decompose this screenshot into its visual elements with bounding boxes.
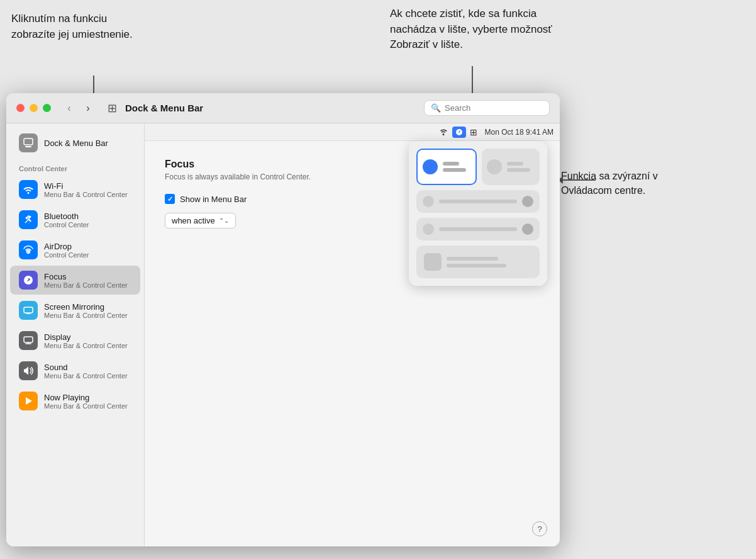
menubar-icons: ⊞ xyxy=(438,127,477,138)
sidebar-display-label: Display xyxy=(44,332,128,342)
dropdown-chevron-icon: ⌃⌄ xyxy=(219,217,229,224)
cc-tile2-lines xyxy=(507,162,535,172)
svg-point-5 xyxy=(28,283,29,284)
focus-icon xyxy=(19,271,38,290)
sidebar-screen-label: Screen Mirroring xyxy=(44,302,128,312)
sound-icon xyxy=(19,361,38,380)
cc-wide-dot-2 xyxy=(522,223,533,235)
dropdown-value: when active xyxy=(172,216,215,225)
sidebar-now-playing-label: Now Playing xyxy=(44,393,128,402)
cc-bottom-tile xyxy=(416,246,540,278)
minimize-button[interactable] xyxy=(30,104,38,112)
sidebar-wifi-labels: Wi-Fi Menu Bar & Control Center xyxy=(44,181,128,198)
sidebar-item-dock-menubar[interactable]: Dock & Menu Bar xyxy=(10,128,140,157)
cc-wide-2 xyxy=(416,218,540,240)
wifi-icon xyxy=(19,180,38,199)
annotation-left: Kliknutím na funkciu zobrazíte jej umies… xyxy=(11,11,150,42)
sidebar-item-wifi[interactable]: Wi-Fi Menu Bar & Control Center xyxy=(10,175,140,204)
sidebar-bluetooth-labels: Bluetooth Control Center xyxy=(44,212,89,229)
svg-rect-0 xyxy=(24,138,33,145)
sidebar-dock-label: Dock & Menu Bar xyxy=(44,138,108,148)
main-panel: ⊞ Mon Oct 18 9:41 AM Focus Focus is alwa… xyxy=(145,123,560,546)
svg-point-4 xyxy=(28,251,30,253)
search-box[interactable]: 🔍 xyxy=(424,100,550,116)
cc-wide-line-2 xyxy=(439,227,517,231)
annotation-bottom-right: Funkcia sa zvýrazní v Ovládacom centre. xyxy=(561,169,699,198)
sidebar-item-airdrop[interactable]: AirDrop Control Center xyxy=(10,235,140,264)
cc-line-4 xyxy=(507,168,530,172)
airdrop-icon xyxy=(19,240,38,259)
sidebar-item-bluetooth[interactable]: Bluetooth Control Center xyxy=(10,205,140,234)
sidebar-airdrop-sub: Control Center xyxy=(44,251,89,259)
show-in-menu-bar-checkbox[interactable]: ✓ xyxy=(165,194,175,204)
sidebar-screen-sub: Menu Bar & Control Center xyxy=(44,312,128,319)
sidebar: Dock & Menu Bar Control Center Wi-Fi Men… xyxy=(6,123,145,546)
sidebar-section-header: Control Center xyxy=(6,159,144,175)
search-icon: 🔍 xyxy=(431,103,441,113)
sidebar-item-sound[interactable]: Sound Menu Bar & Control Center xyxy=(10,356,140,385)
sidebar-focus-sub: Menu Bar & Control Center xyxy=(44,281,128,289)
checkbox-check-icon: ✓ xyxy=(167,195,173,203)
back-button[interactable]: ‹ xyxy=(61,101,77,115)
cc-tile-2 xyxy=(482,149,540,185)
forward-button[interactable]: › xyxy=(80,101,96,115)
cc-wide-dot-1 xyxy=(522,196,533,207)
sidebar-wifi-sub: Menu Bar & Control Center xyxy=(44,191,128,198)
fullscreen-button[interactable] xyxy=(43,104,51,112)
cc-tile2-icon xyxy=(487,159,502,174)
annotation-arrow-line xyxy=(558,179,596,181)
cc-bottom-line-2 xyxy=(447,264,506,268)
cc-wide-circle-1 xyxy=(423,196,434,207)
sidebar-display-sub: Menu Bar & Control Center xyxy=(44,342,128,349)
cc-wide-1 xyxy=(416,190,540,213)
cc-line-2 xyxy=(443,168,466,172)
svg-marker-10 xyxy=(26,397,32,405)
sidebar-item-focus[interactable]: Focus Menu Bar & Control Center xyxy=(10,266,140,295)
sidebar-bluetooth-sub: Control Center xyxy=(44,221,89,229)
sidebar-sound-label: Sound xyxy=(44,363,128,372)
close-button[interactable] xyxy=(16,104,25,112)
menubar-controlcenter-icon: ⊞ xyxy=(470,127,477,137)
help-button[interactable]: ? xyxy=(532,521,547,536)
svg-rect-1 xyxy=(25,146,31,147)
cc-line-3 xyxy=(507,162,523,166)
cc-wide-circle-2 xyxy=(423,223,434,235)
svg-point-13 xyxy=(428,165,432,169)
display-icon xyxy=(19,331,38,350)
cc-preview xyxy=(409,141,547,286)
when-active-dropdown[interactable]: when active ⌃⌄ xyxy=(165,213,236,229)
window-title: Dock & Menu Bar xyxy=(125,103,424,113)
sidebar-screen-labels: Screen Mirroring Menu Bar & Control Cent… xyxy=(44,302,128,319)
sidebar-airdrop-label: AirDrop xyxy=(44,242,89,251)
titlebar: ‹ › ⊞ Dock & Menu Bar 🔍 xyxy=(6,93,560,123)
content-area: Dock & Menu Bar Control Center Wi-Fi Men… xyxy=(6,123,560,546)
fake-menubar: ⊞ Mon Oct 18 9:41 AM xyxy=(145,123,560,141)
sidebar-sound-sub: Menu Bar & Control Center xyxy=(44,372,128,380)
cc-focus-lines xyxy=(443,162,470,172)
sidebar-item-display[interactable]: Display Menu Bar & Control Center xyxy=(10,326,140,355)
sidebar-item-screen-mirroring[interactable]: Screen Mirroring Menu Bar & Control Cent… xyxy=(10,296,140,325)
cc-row-1 xyxy=(416,149,540,185)
search-input[interactable] xyxy=(445,103,543,113)
show-in-menu-bar-label: Show in Menu Bar xyxy=(180,195,247,204)
dock-menubar-icon xyxy=(19,133,38,152)
menubar-focus-icon xyxy=(452,127,466,138)
bluetooth-icon xyxy=(19,210,38,229)
screen-mirroring-icon xyxy=(19,301,38,320)
sidebar-now-playing-sub: Menu Bar & Control Center xyxy=(44,402,128,410)
menubar-wifi-icon xyxy=(438,127,448,137)
svg-rect-7 xyxy=(24,337,33,342)
cc-line-1 xyxy=(443,162,459,166)
main-window: ‹ › ⊞ Dock & Menu Bar 🔍 Dock & Menu xyxy=(6,93,560,546)
sidebar-focus-label: Focus xyxy=(44,272,128,281)
sidebar-item-now-playing[interactable]: Now Playing Menu Bar & Control Center xyxy=(10,387,140,415)
svg-line-2 xyxy=(25,220,28,223)
grid-icon[interactable]: ⊞ xyxy=(104,101,120,115)
sidebar-airdrop-labels: AirDrop Control Center xyxy=(44,242,89,259)
sidebar-bluetooth-label: Bluetooth xyxy=(44,212,89,221)
cc-focus-icon xyxy=(423,159,438,174)
nav-buttons: ‹ › xyxy=(61,101,96,115)
svg-point-11 xyxy=(459,133,460,135)
cc-bottom-line-1 xyxy=(447,257,498,261)
sidebar-dock-menubar-labels: Dock & Menu Bar xyxy=(44,138,108,148)
